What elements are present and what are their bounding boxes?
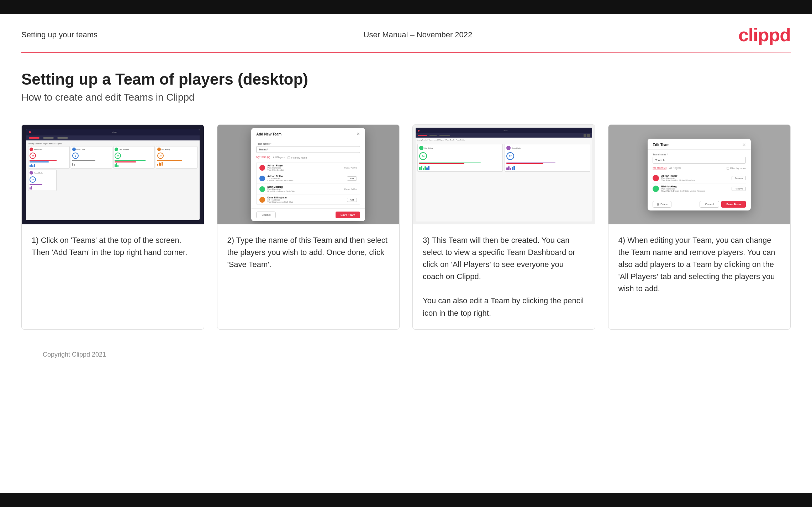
- bar: [159, 162, 160, 166]
- player-card: Adrian Coliba 84: [28, 146, 70, 169]
- score: 78: [157, 153, 164, 159]
- nav-item: [439, 135, 450, 136]
- filter-checkbox[interactable]: [288, 156, 290, 159]
- page-title: Setting up a Team of players (desktop): [21, 70, 791, 88]
- team-name-label: Team Name *: [256, 143, 360, 145]
- player-item: Dave Billingham 3.5 Handicap The Ding Ma…: [257, 194, 360, 205]
- name: Richard Butler: [512, 147, 521, 149]
- nav-active: [418, 135, 427, 136]
- player-club: The Ding Maping Golf Club: [267, 201, 344, 203]
- card-4-screenshot: Edit Team ✕ Team Name * Team A My Team (…: [608, 125, 791, 224]
- save-team-button[interactable]: Save Team: [721, 201, 746, 208]
- cancel-button[interactable]: Cancel: [700, 201, 719, 208]
- player-name: Adrian Player: [267, 164, 342, 167]
- add-player-button[interactable]: Add: [347, 176, 357, 181]
- dialog2-close-icon[interactable]: ✕: [742, 142, 746, 147]
- header-manual-title: User Manual – November 2022: [364, 30, 473, 39]
- team-name-input[interactable]: Team A: [653, 157, 746, 164]
- player-info: Blair McHarg Plus Handicap Royal North D…: [267, 186, 342, 192]
- bar: [74, 164, 75, 166]
- avatar: [30, 148, 33, 151]
- score: 94: [115, 153, 121, 159]
- team-name-input[interactable]: Team A: [256, 146, 360, 153]
- tab-all-players[interactable]: All Players: [273, 156, 285, 159]
- avatar: [30, 171, 33, 175]
- filter-by-name: Filter by name: [288, 156, 307, 159]
- bar: [506, 162, 555, 162]
- cards-row: clippd Viewing 0 out of 4 players from: …: [21, 124, 791, 330]
- player-list: Adrian Player Plus Handicap The Shire Lo…: [256, 162, 360, 205]
- mini-chart: [506, 165, 588, 170]
- bar: [160, 163, 161, 166]
- dialog2-header: Edit Team ✕: [648, 139, 751, 150]
- dot: [418, 130, 420, 132]
- remove-player-button[interactable]: Remove: [732, 176, 746, 180]
- save-team-button[interactable]: Save Team: [336, 212, 360, 218]
- card-2: Add New Team ✕ Team Name * Team A My Tea…: [217, 124, 400, 330]
- dialog2-title: Edit Team: [653, 143, 669, 147]
- card-3-screenshot: clippd Viewing 0 out of 2 players from: …: [413, 125, 595, 224]
- player-avatar: [653, 175, 659, 181]
- tab-my-team[interactable]: My Team (2): [653, 166, 666, 170]
- player-info: Adrian Player Plus Handicap The Shire Lo…: [267, 164, 342, 171]
- team-name-label: Team Name *: [653, 153, 746, 156]
- player-name: Adrian Coliba: [34, 149, 42, 150]
- filter-label: Filter by name: [291, 156, 307, 159]
- bar: [428, 166, 429, 170]
- player-header: Richard Butler: [506, 146, 588, 150]
- bar: [157, 160, 183, 161]
- tab-all-players[interactable]: All Players: [669, 167, 681, 170]
- edit-team-dialog: Edit Team ✕ Team Name * Team A My Team (…: [648, 139, 751, 210]
- score: 84: [30, 153, 36, 159]
- player-club: Central London Golf Centre: [267, 180, 344, 182]
- bar: [162, 162, 163, 166]
- tab-my-team[interactable]: My Team (2): [256, 156, 270, 159]
- player-location: Royal North Devon Golf Club, United King…: [661, 190, 729, 192]
- mini-chart: [30, 163, 68, 167]
- score-circle: 72: [506, 152, 514, 160]
- player-name: Dave Billingham: [119, 149, 129, 150]
- dot1: [29, 131, 31, 133]
- avatar: [72, 148, 76, 151]
- ss3-filter-bar: Viewing 0 out of 2 players from: All Pla…: [416, 138, 592, 142]
- bar: [31, 164, 32, 167]
- delete-team-button[interactable]: 🗑 Delete: [653, 201, 671, 208]
- bar: [30, 161, 49, 162]
- bar: [425, 166, 426, 170]
- player-card: Blair McHarg 78: [156, 146, 197, 169]
- player-club: Royal North Devon Golf Club: [267, 190, 342, 192]
- filter-by-name: Filter by name: [727, 167, 746, 170]
- filter-label: Filter by name: [730, 167, 746, 170]
- add-player-button[interactable]: Add: [347, 198, 357, 202]
- nav-icons: [584, 134, 590, 137]
- d2-tabs: My Team (2) All Players Filter by name: [653, 166, 746, 170]
- bar: [34, 164, 35, 167]
- player-name: Blair McHarg: [661, 185, 729, 188]
- player-avatar: [259, 186, 265, 192]
- player-name: Blair McHarg: [267, 186, 342, 188]
- footer-right-buttons: Cancel Save Team: [700, 201, 746, 208]
- bar: [512, 167, 513, 170]
- url-bar: clippd: [33, 131, 197, 133]
- dialog-close-icon[interactable]: ✕: [357, 132, 360, 137]
- bar: [115, 164, 116, 167]
- nav-item: [57, 137, 68, 139]
- player-name: Adrian Colba: [267, 175, 344, 177]
- bar: [72, 163, 73, 166]
- bar: [506, 167, 508, 170]
- bar: [510, 168, 511, 170]
- mini-chart: [30, 185, 55, 190]
- bar: [419, 162, 481, 162]
- d2-player: Blair McHarg Plus Handicap Royal North D…: [653, 183, 746, 194]
- page-content: Setting up a Team of players (desktop) H…: [0, 53, 812, 380]
- filter-checkbox[interactable]: [727, 167, 729, 170]
- footer: Copyright Clippd 2021: [21, 344, 791, 365]
- card-1: clippd Viewing 0 out of 4 players from: …: [21, 124, 204, 330]
- cancel-button[interactable]: Cancel: [256, 212, 276, 218]
- player-name: Adrian Player: [661, 175, 729, 177]
- bar: [508, 166, 510, 170]
- bar: [423, 168, 424, 170]
- player-added-label: Player Added: [344, 167, 357, 169]
- page-subtitle: How to create and edit Teams in Clippd: [21, 92, 791, 103]
- remove-player-button[interactable]: Remove: [732, 187, 746, 191]
